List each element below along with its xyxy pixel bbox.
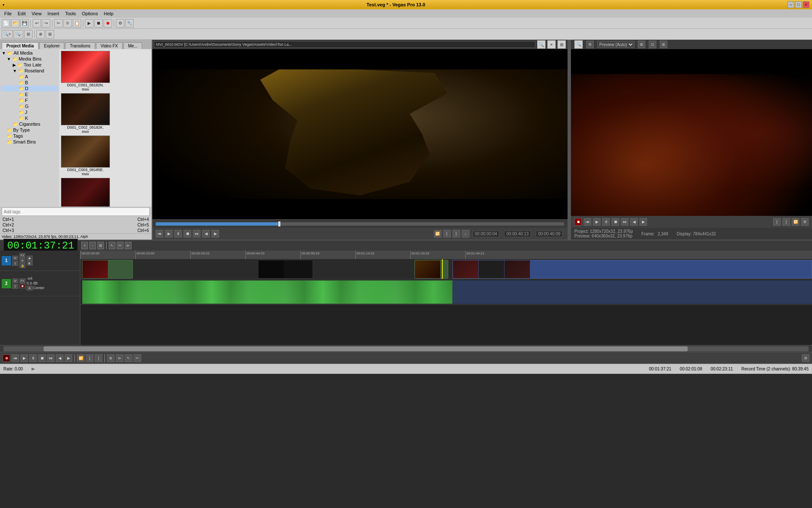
track-fx-btn-2[interactable]: FX [19, 279, 25, 283]
source-close-btn[interactable]: × [547, 40, 556, 49]
tree-cigarettes[interactable]: 📁 Cigarettes [1, 121, 58, 127]
maximize-button[interactable]: □ [795, 1, 802, 8]
bt-play-btn[interactable]: ▶ [20, 354, 28, 362]
track-comp-btn-1[interactable]: ⊕ [19, 258, 25, 263]
tree-folder-d[interactable]: 📁 D [1, 86, 58, 91]
bt-ff-btn[interactable]: ⏭ [47, 354, 55, 362]
bt-select-btn[interactable]: ↖ [125, 354, 132, 362]
source-ff-btn[interactable]: ⏭ [193, 230, 200, 237]
bt-settings-btn[interactable]: ⚙ [802, 354, 809, 362]
program-settings2-btn[interactable]: ⚙ [801, 218, 809, 226]
bt-in-btn[interactable]: { [86, 354, 93, 362]
program-ext-btn[interactable]: ⊞ [660, 41, 667, 48]
tree-folder-g[interactable]: 📁 G [1, 103, 58, 109]
program-loop-btn[interactable]: 🔁 [792, 218, 799, 226]
tl-ripple[interactable]: ⊳ [125, 242, 132, 249]
menu-view[interactable]: View [29, 11, 44, 16]
props-btn[interactable]: 🔧 [125, 19, 134, 28]
bt-stop-btn[interactable]: ⏹ [38, 354, 46, 362]
close-button[interactable]: × [803, 1, 809, 8]
source-expand-btn[interactable]: ⊞ [557, 40, 566, 49]
thumb-item-1[interactable]: D001_C001_08182N.mov [61, 51, 110, 91]
fit-btn[interactable]: ⊞ [24, 30, 33, 39]
source-insert-btn[interactable]: ↓ [462, 230, 469, 237]
record-btn[interactable]: ⏺ [104, 19, 112, 28]
source-loop-btn[interactable]: 🔁 [434, 230, 442, 237]
open-btn[interactable]: 📂 [11, 19, 19, 28]
play-btn[interactable]: ▶ [85, 19, 93, 28]
program-rewind-btn[interactable]: ⏮ [584, 218, 591, 226]
thumb-item-2[interactable]: D001_C002_08182K.mov [61, 93, 110, 134]
tree-folder-j[interactable]: 📁 J [1, 109, 58, 115]
source-play-btn[interactable]: ▶ [165, 230, 173, 237]
save-btn[interactable]: 💾 [20, 19, 29, 28]
menu-tools[interactable]: Tools [63, 11, 79, 16]
tree-folder-f[interactable]: 📁 F [1, 97, 58, 103]
audio-waveform-main[interactable] [82, 280, 453, 304]
tab-video-fx[interactable]: Video FX [96, 42, 123, 49]
program-ff-btn[interactable]: ⏭ [621, 218, 628, 226]
grid-btn[interactable]: ⊞ [46, 30, 54, 39]
bt-snap-btn[interactable]: ⊕ [107, 354, 115, 362]
track-mute-btn-1[interactable]: M [12, 256, 18, 260]
menu-edit[interactable]: Edit [15, 11, 28, 16]
source-stop-btn[interactable]: ⏹ [184, 230, 191, 237]
zoom-out-btn[interactable]: 🔍- [14, 30, 23, 39]
bt-pause-btn[interactable]: ⏸ [29, 354, 37, 362]
zoom-in-btn[interactable]: 🔍+ [2, 30, 13, 39]
tree-by-type[interactable]: 📁 By Type [1, 127, 58, 133]
program-preview-select[interactable]: Preview (Auto) [597, 41, 634, 48]
program-pause-btn[interactable]: ⏸ [602, 218, 610, 226]
minimize-button[interactable]: ─ [787, 1, 794, 8]
source-rewind-btn[interactable]: ⏮ [156, 230, 163, 237]
thumb-item-4[interactable]: D001_C004_081872.mov [61, 178, 110, 207]
program-pip-btn[interactable]: ⊡ [649, 41, 656, 48]
tree-media-bins[interactable]: ▼ 📁 Media Bins [1, 56, 58, 62]
program-record-btn[interactable]: ⏺ [574, 218, 582, 226]
tl-split[interactable]: ✂ [117, 242, 123, 249]
timeline-scrollbar[interactable] [0, 345, 812, 352]
new-btn[interactable]: 📄 [2, 19, 10, 28]
stop-btn[interactable]: ⏹ [94, 19, 103, 28]
track-arm-btn-2[interactable]: ⏺ [19, 284, 25, 288]
bt-auto-ripple-btn[interactable]: ⊳ [116, 354, 123, 362]
tree-smart-bins[interactable]: 📁 Smart Bins [1, 139, 58, 145]
program-next-frame-btn[interactable]: ▶ [639, 218, 647, 226]
program-stop-btn[interactable]: ⏹ [612, 218, 619, 226]
video-clip-3[interactable] [414, 260, 448, 279]
tab-explorer[interactable]: Explorer [39, 42, 64, 49]
paste-btn[interactable]: 📋 [73, 19, 81, 28]
snapping-btn[interactable]: ⊕ [36, 30, 45, 39]
video-clip-2[interactable] [258, 260, 313, 279]
undo-btn[interactable]: ↩ [33, 19, 41, 28]
tree-too-late[interactable]: ▶ 📁 Too Late [1, 62, 58, 68]
menu-insert[interactable]: Insert [45, 11, 62, 16]
redo-btn[interactable]: ↪ [42, 19, 50, 28]
tl-zoom-out[interactable]: - [89, 242, 96, 249]
tl-zoom-in[interactable]: + [81, 242, 88, 249]
source-prev-frame-btn[interactable]: ◀ [202, 230, 210, 237]
track-fx-btn-1[interactable]: FX [19, 253, 25, 258]
source-in-btn[interactable]: { [443, 230, 451, 237]
tree-all-media[interactable]: ▼ 📁 All Media [1, 50, 58, 56]
scrubber-handle[interactable] [278, 221, 280, 226]
tree-folder-k[interactable]: 📁 K [1, 115, 58, 121]
tab-transitions[interactable]: Transitions [65, 42, 95, 49]
tree-tags[interactable]: 📁 Tags [1, 133, 58, 139]
video-clip-selected[interactable] [453, 260, 812, 279]
source-pause-btn[interactable]: ⏸ [174, 230, 182, 237]
bt-loop-btn[interactable]: 🔁 [77, 354, 85, 362]
source-scrubber[interactable] [152, 219, 568, 228]
bt-prev-frame-btn[interactable]: ◀ [56, 354, 63, 362]
bt-next-frame-btn[interactable]: ▶ [65, 354, 72, 362]
track-solo-btn-2[interactable]: S [12, 284, 18, 289]
program-out-btn[interactable]: } [782, 218, 790, 226]
tab-me[interactable]: Me... [123, 42, 142, 49]
program-in-btn[interactable]: { [773, 218, 781, 226]
h-scrollbar-thumb[interactable] [44, 346, 688, 351]
program-expand-btn[interactable]: ⊞ [638, 41, 645, 48]
program-prev-frame-btn[interactable]: ◀ [630, 218, 638, 226]
tl-fit[interactable]: ⊞ [97, 242, 104, 249]
bt-record-btn[interactable]: ⏺ [3, 354, 10, 362]
h-scrollbar-track[interactable] [3, 346, 809, 351]
